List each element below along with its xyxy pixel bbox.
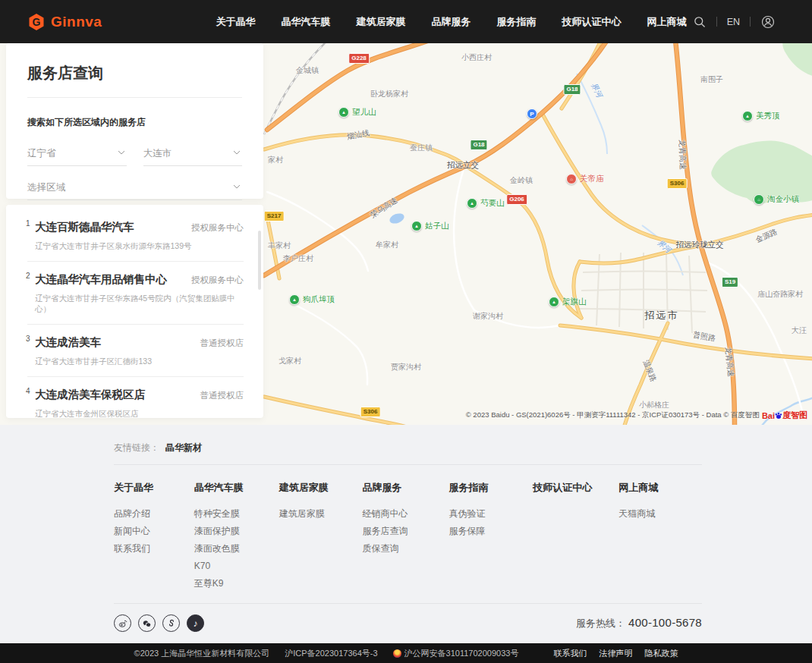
store-type-badge: 授权服务中心 <box>191 275 244 286</box>
road-shield-S306: S306 <box>360 407 381 417</box>
store-list-item[interactable]: 4大连成浩美车保税区店普通授权店辽宁省大连市金州区保税区店 <box>27 377 244 418</box>
friend-links-label: 友情链接： <box>114 442 159 453</box>
footer-column-title: 服务指南 <box>448 481 533 495</box>
douyin-icon[interactable]: ♪ <box>187 614 204 632</box>
footer-link[interactable]: 真伪验证 <box>448 505 533 523</box>
footer-link[interactable]: 服务店查询 <box>363 523 449 540</box>
road-shield-G18: G18 <box>563 84 581 95</box>
footer-link[interactable]: 新闻中心 <box>114 523 194 540</box>
footer-link[interactable]: 至尊K9 <box>194 575 279 592</box>
store-name: 大连百斯德晶华汽车 <box>35 220 134 234</box>
poi-red-icon: ⌂ <box>566 174 577 184</box>
store-address: 辽宁省大连市金州区保税区店 <box>35 409 244 418</box>
brand-name: Ginnva <box>51 14 102 30</box>
legal-links: 联系我们法律声明隐私政策 <box>553 648 678 659</box>
nav-item-3[interactable]: 品牌服务 <box>431 16 471 27</box>
footer-column-5: 技师认证中心 <box>533 481 618 592</box>
store-name: 大连成浩美车 <box>35 335 101 350</box>
copyright-text: ©2023 上海晶华恒业新材料有限公司 <box>134 648 270 659</box>
footer-link[interactable]: 品牌介绍 <box>114 505 194 523</box>
baidu-logo: Bai 度智图 <box>762 410 807 421</box>
map-poi-marker[interactable]: ▲姑子山 <box>411 221 449 231</box>
friend-link-jinghua[interactable]: 晶华新材 <box>165 442 202 453</box>
store-address: 辽宁省大连市甘井子区汇德街133 <box>35 357 244 367</box>
map-poi-marker[interactable]: ▲狗爪埠顶 <box>289 294 335 305</box>
nav-item-2[interactable]: 建筑居家膜 <box>356 16 405 27</box>
footer-column-title: 关于晶华 <box>114 481 194 495</box>
map-poi-marker[interactable]: ⌂淘金小镇 <box>754 194 799 205</box>
footer-column-title: 建筑居家膜 <box>279 481 363 495</box>
footer: 友情链接：晶华新材 关于晶华品牌介绍新闻中心联系我们晶华汽车膜特种安全膜漆面保护… <box>0 425 812 643</box>
footer-link[interactable]: 质保查询 <box>363 540 449 558</box>
search-icon[interactable] <box>693 15 707 29</box>
user-icon[interactable] <box>760 14 776 30</box>
footer-link[interactable]: 漆面改色膜 <box>194 540 279 558</box>
store-list-item[interactable]: 1大连百斯德晶华汽车授权服务中心辽宁省大连市甘井子区泉水街源华东路139号 <box>27 209 244 262</box>
legal-link[interactable]: 联系我们 <box>553 648 587 659</box>
footer-link[interactable]: 漆面保护膜 <box>194 523 279 540</box>
road-shield-S217: S217 <box>264 211 285 222</box>
scrollbar[interactable] <box>258 231 261 290</box>
road-shield-S306: S306 <box>667 178 688 189</box>
nav-item-6[interactable]: 网上商城 <box>647 16 686 27</box>
divider <box>114 603 702 604</box>
store-search-panel: 服务店查询 搜索如下所选区域内的服务店 辽宁省 大连市 选择区域 门店类型 <box>6 43 263 199</box>
poi-label: 关帝庙 <box>580 174 604 184</box>
map-poi-marker[interactable]: P <box>527 108 537 119</box>
wechat-icon[interactable] <box>138 614 156 632</box>
map-poi-marker[interactable]: ▲美秀顶 <box>742 111 780 121</box>
road-shield-G206: G206 <box>506 194 527 205</box>
map-poi-marker[interactable]: ▲架旗山 <box>549 297 587 307</box>
footer-link[interactable]: 特种安全膜 <box>194 505 279 523</box>
psb-link[interactable]: 沪公网安备31011702009033号 <box>393 648 519 659</box>
province-select[interactable]: 辽宁省 <box>27 143 127 166</box>
legal-link[interactable]: 隐私政策 <box>644 648 678 659</box>
store-type-badge: 普通授权店 <box>200 338 244 349</box>
footer-column-title: 网上商城 <box>618 481 702 495</box>
chevron-down-icon <box>118 150 125 155</box>
store-list-item[interactable]: 3大连成浩美车普通授权店辽宁省大连市甘井子区汇德街133 <box>27 325 244 377</box>
legal-link[interactable]: 法律声明 <box>599 648 632 659</box>
channels-icon[interactable] <box>162 614 180 632</box>
footer-link[interactable]: 服务保障 <box>448 523 533 540</box>
icp-link[interactable]: 沪ICP备2023017364号-3 <box>285 648 377 659</box>
region-select[interactable]: 选择区域 <box>27 177 242 200</box>
map-poi-marker[interactable]: ⌂关帝庙 <box>566 174 604 184</box>
chevron-down-icon <box>233 184 241 189</box>
map-poi-marker[interactable]: ▲芍要山 <box>467 198 505 209</box>
footer-column-0: 关于晶华品牌介绍新闻中心联系我们 <box>114 481 194 592</box>
map-poi-marker[interactable]: ▲望儿山 <box>338 107 376 118</box>
nav-item-4[interactable]: 服务指南 <box>496 16 536 27</box>
poi-label: 姑子山 <box>425 221 449 231</box>
poi-label: 狗爪埠顶 <box>303 294 335 305</box>
poi-label: 淘金小镇 <box>767 194 799 205</box>
language-toggle[interactable]: EN <box>727 17 740 27</box>
road-shield-G228: G228 <box>348 53 370 64</box>
brand-logo[interactable]: G Ginnva <box>27 13 102 31</box>
poi-blue-icon: P <box>527 108 537 119</box>
footer-link[interactable]: K70 <box>194 558 279 575</box>
store-index: 2 <box>26 272 30 280</box>
weibo-icon[interactable] <box>114 614 131 632</box>
psb-badge-icon <box>393 649 401 658</box>
hotline-number: 400-100-5678 <box>628 616 702 629</box>
nav-item-5[interactable]: 技师认证中心 <box>562 16 621 27</box>
footer-column-title: 品牌服务 <box>363 481 449 495</box>
store-type-badge: 授权服务中心 <box>191 222 244 234</box>
poi-green-icon: ▲ <box>289 294 300 305</box>
nav-menu: 关于晶华晶华汽车膜建筑居家膜品牌服务服务指南技师认证中心网上商城 <box>216 14 686 29</box>
footer-column-6: 网上商城天猫商城 <box>618 481 702 592</box>
city-select[interactable]: 大连市 <box>143 143 243 166</box>
friend-links: 友情链接：晶华新材 <box>114 441 202 454</box>
footer-link[interactable]: 建筑居家膜 <box>279 505 363 523</box>
store-address: 辽宁省大连市甘井子区泉水街源华东路139号 <box>35 241 244 252</box>
footer-link[interactable]: 联系我们 <box>114 540 194 558</box>
nav-item-0[interactable]: 关于晶华 <box>216 16 255 27</box>
divider <box>27 97 242 98</box>
store-index: 4 <box>26 387 30 395</box>
store-address: 辽宁省大连市甘井子区华东路45号院内（汽贸集团贴膜中心） <box>35 294 244 315</box>
nav-item-1[interactable]: 晶华汽车膜 <box>281 16 330 27</box>
store-list-item[interactable]: 2大连晶华汽车用品销售中心授权服务中心辽宁省大连市甘井子区华东路45号院内（汽贸… <box>27 262 244 325</box>
footer-link[interactable]: 经销商中心 <box>363 505 449 523</box>
footer-link[interactable]: 天猫商城 <box>618 505 702 523</box>
